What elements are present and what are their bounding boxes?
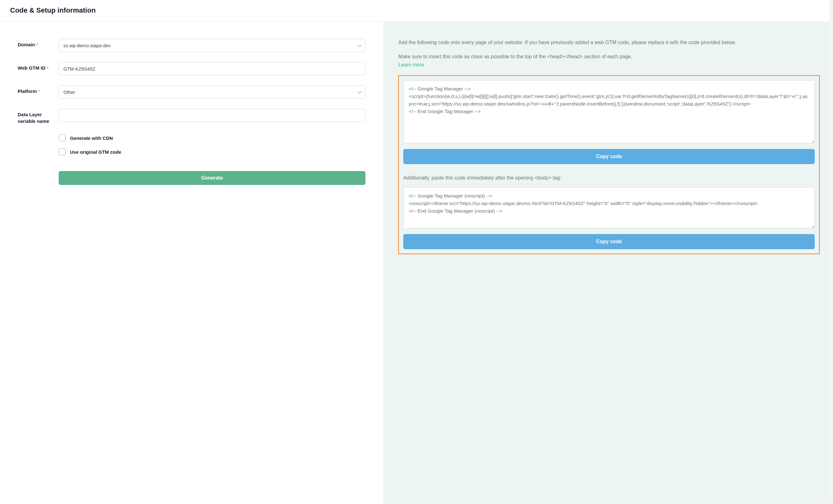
right-gutter (829, 0, 833, 504)
learn-more-link[interactable]: Learn more (398, 62, 424, 68)
instruction-text-1: Add the following code onto every page o… (398, 39, 820, 47)
generate-button[interactable]: Generate (58, 171, 365, 185)
form-panel: Domain * Web GTM ID * Platform * (0, 22, 383, 504)
platform-row: Platform * (18, 85, 365, 99)
original-checkbox-row: Use original GTM code (58, 148, 365, 155)
web-gtm-id-row: Web GTM ID * (18, 62, 365, 75)
original-checkbox[interactable] (58, 148, 66, 155)
data-layer-wrap (58, 109, 365, 122)
data-layer-input[interactable] (58, 109, 365, 122)
copy-head-code-button[interactable]: Copy code (403, 149, 815, 164)
domain-select[interactable] (58, 39, 365, 52)
platform-label: Platform * (18, 85, 58, 95)
web-gtm-id-input[interactable] (58, 62, 365, 75)
head-code-textarea[interactable]: <!-- Google Tag Manager --> <script>(fun… (403, 80, 815, 143)
options-block: Generate with CDN Use original GTM code … (58, 134, 365, 185)
domain-label: Domain * (18, 39, 58, 48)
data-layer-row: Data Layer variable name (18, 109, 365, 124)
web-gtm-id-label: Web GTM ID * (18, 62, 58, 71)
domain-select-wrap (58, 39, 365, 52)
copy-body-code-button[interactable]: Copy code (403, 234, 815, 249)
page-title: Code & Setup information (10, 6, 823, 15)
web-gtm-id-wrap (58, 62, 365, 75)
body-code-textarea[interactable]: <!-- Google Tag Manager (noscript) --> <… (403, 187, 815, 228)
code-panel: Add the following code onto every page o… (383, 22, 833, 504)
page-header: Code & Setup information (0, 0, 833, 22)
cdn-checkbox-label: Generate with CDN (70, 135, 113, 141)
instruction-text-3: Additionally, paste this code immediatel… (403, 174, 815, 182)
data-layer-label: Data Layer variable name (18, 109, 58, 124)
platform-select[interactable] (58, 85, 365, 99)
domain-row: Domain * (18, 39, 365, 52)
original-checkbox-label: Use original GTM code (70, 149, 121, 155)
cdn-checkbox[interactable] (58, 134, 66, 142)
platform-select-wrap (58, 85, 365, 99)
content: Domain * Web GTM ID * Platform * (0, 22, 833, 504)
code-highlight-box: <!-- Google Tag Manager --> <script>(fun… (398, 75, 820, 254)
cdn-checkbox-row: Generate with CDN (58, 134, 365, 142)
instruction-text-2: Make sure to insert this code as close a… (398, 53, 820, 61)
